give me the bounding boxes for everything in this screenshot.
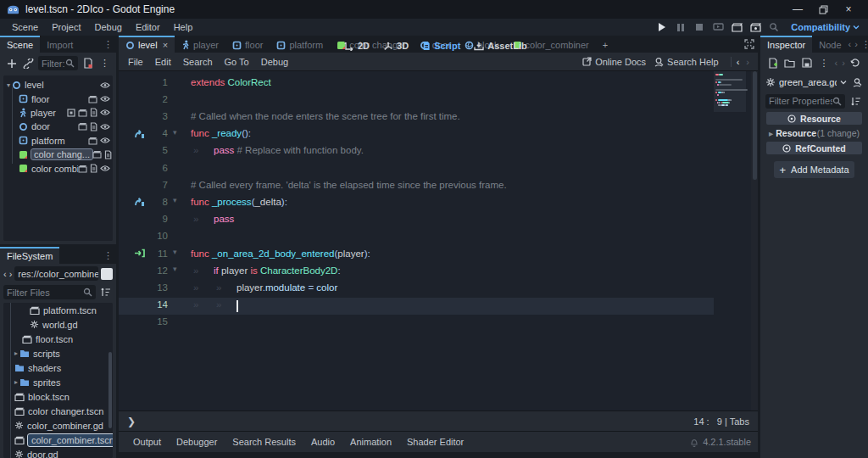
scene-tab-player[interactable]: player xyxy=(175,36,225,53)
tab-import[interactable]: Import xyxy=(40,36,80,53)
scene-node-platform[interactable]: platform xyxy=(3,134,113,148)
code-line-7[interactable]: 7# Called every frame. 'delta' is the el… xyxy=(119,177,714,194)
menu-help[interactable]: Help xyxy=(167,22,200,32)
code-line-8[interactable]: 8▾func _process(_delta): xyxy=(119,194,714,211)
script-icon[interactable] xyxy=(104,150,112,159)
filesystem-menu-button[interactable]: ⋮ xyxy=(103,247,116,264)
file-world-gd[interactable]: world.gd xyxy=(3,317,113,332)
fs-path-field[interactable]: res://color_combiner.t xyxy=(14,266,98,281)
scene-node-floor[interactable]: floor xyxy=(3,92,113,105)
insp-tab-forward-button[interactable]: › xyxy=(854,39,858,49)
scene-node-door[interactable]: door xyxy=(3,120,113,133)
new-scene-tab-button[interactable]: + xyxy=(596,36,615,53)
file-shaders[interactable]: shaders xyxy=(3,360,113,375)
code-text-area[interactable]: 1extends ColorRect23# Called when the no… xyxy=(119,71,714,411)
chevron-down-icon[interactable] xyxy=(840,80,847,85)
workspace-assetlib[interactable]: AssetLib xyxy=(469,41,531,51)
file-block-tscn[interactable]: block.tscn xyxy=(3,389,113,404)
code-line-4[interactable]: 4▾func _ready(): xyxy=(119,126,714,143)
script-icon[interactable] xyxy=(90,164,97,173)
code-line-3[interactable]: 3# Called when the node enters the scene… xyxy=(119,109,714,126)
bottom-tab-animation[interactable]: Animation xyxy=(342,437,399,447)
eye-icon[interactable] xyxy=(100,123,110,131)
online-docs-button[interactable]: Online Docs xyxy=(582,57,646,67)
tab-inspector[interactable]: Inspector xyxy=(760,36,812,53)
restore-button[interactable] xyxy=(810,1,836,18)
workspace-2d[interactable]: 2D xyxy=(339,41,375,51)
close-button[interactable]: × xyxy=(836,1,861,18)
code-line-14[interactable]: 14»» xyxy=(119,298,714,315)
fs-back-button[interactable]: ‹ xyxy=(3,269,7,279)
script-menu-edit[interactable]: Edit xyxy=(149,57,177,67)
scene-node-level[interactable]: ▾level xyxy=(3,78,113,92)
file-list-scrollbar[interactable] xyxy=(108,352,112,428)
menu-project[interactable]: Project xyxy=(45,22,87,32)
workspace-script[interactable]: Script xyxy=(417,41,465,51)
bottom-tab-output[interactable]: Output xyxy=(125,437,169,447)
new-resource-button[interactable] xyxy=(766,56,779,70)
stop-button[interactable] xyxy=(691,20,708,34)
expand-arrow-icon[interactable]: ▸ xyxy=(14,349,18,357)
code-minimap[interactable] xyxy=(714,71,751,411)
scene-dock-menu-button[interactable]: ⋮ xyxy=(97,56,112,70)
eye-icon[interactable] xyxy=(100,165,110,172)
movie-icon[interactable] xyxy=(88,137,97,145)
script-menu-debug[interactable]: Debug xyxy=(255,57,294,67)
movie-maker-button[interactable] xyxy=(765,20,782,34)
code-line-12[interactable]: 12▾»if player is CharacterBody2D: xyxy=(119,263,714,280)
close-tab-icon[interactable]: × xyxy=(163,40,168,50)
code-line-11[interactable]: 11▾func _on_area_2d_body_entered(player)… xyxy=(119,246,714,263)
script-menu-search[interactable]: Search xyxy=(177,57,219,67)
collapse-arrow-icon[interactable]: ▾ xyxy=(7,81,10,89)
script-icon[interactable] xyxy=(90,108,97,117)
detach-script-button[interactable] xyxy=(81,56,95,70)
code-line-13[interactable]: 13»»player.modulate = color xyxy=(119,280,714,297)
play-remote-button[interactable] xyxy=(709,20,726,34)
fs-filter-input[interactable]: Filter Files xyxy=(3,285,96,299)
code-line-1[interactable]: 1extends ColorRect xyxy=(119,75,714,92)
tab-node[interactable]: Node xyxy=(812,36,848,53)
expand-script-panel-button[interactable]: ❯ xyxy=(127,416,136,427)
file-sprites[interactable]: ▸sprites xyxy=(3,375,113,389)
resource-section-header[interactable]: Resource xyxy=(766,112,862,125)
file-scripts[interactable]: ▸scripts xyxy=(3,346,113,360)
code-line-10[interactable]: 10 xyxy=(119,229,714,246)
tab-scene[interactable]: Scene xyxy=(0,36,40,53)
movie-icon[interactable] xyxy=(78,109,87,117)
scene-tab-platform[interactable]: platform xyxy=(270,36,330,53)
scene-node-color-chang-[interactable]: color chang... xyxy=(3,148,113,161)
insp-tab-menu-button[interactable]: ⋮ xyxy=(861,39,868,50)
bottom-tab-debugger[interactable]: Debugger xyxy=(169,437,225,447)
scene-node-player[interactable]: player xyxy=(3,106,113,120)
filter-properties-input[interactable]: Filter Properties xyxy=(765,94,845,109)
pause-button[interactable] xyxy=(672,20,689,34)
distraction-free-button[interactable] xyxy=(744,36,758,53)
scene-tab-level[interactable]: level× xyxy=(119,36,175,53)
insp-forward-button[interactable]: › xyxy=(842,58,845,68)
file-floor-tscn[interactable]: floor.tscn xyxy=(3,332,113,346)
scene-dock-tab-menu[interactable]: ⋮ xyxy=(103,36,116,53)
bottom-tab-search-results[interactable]: Search Results xyxy=(225,437,303,447)
eye-icon[interactable] xyxy=(100,95,110,103)
resource-group-row[interactable]: ▸Resource (1 change) xyxy=(760,126,868,140)
code-line-6[interactable]: 6 xyxy=(119,160,714,177)
scene-filter-input[interactable]: Filter: na xyxy=(38,56,78,70)
inspected-file-name[interactable]: green_area.gd xyxy=(779,77,837,87)
load-resource-button[interactable] xyxy=(783,56,796,70)
menu-scene[interactable]: Scene xyxy=(5,22,45,32)
movie-icon[interactable] xyxy=(78,122,87,131)
fs-split-mode-button[interactable] xyxy=(101,268,113,280)
renderer-dropdown[interactable]: Compatibility xyxy=(791,22,860,32)
add-metadata-button[interactable]: +Add Metadata xyxy=(774,161,854,178)
bottom-tab-shader-editor[interactable]: Shader Editor xyxy=(399,437,471,447)
add-node-button[interactable] xyxy=(4,56,19,70)
code-line-9[interactable]: 9»pass xyxy=(119,212,714,229)
script-menu-file[interactable]: File xyxy=(122,57,149,67)
play-scene-button[interactable] xyxy=(728,20,745,34)
file-color-combiner-gd[interactable]: color_combiner.gd xyxy=(3,418,113,433)
movie-icon[interactable] xyxy=(92,150,102,159)
code-scrollbar[interactable] xyxy=(751,71,758,411)
file-color-combiner-tscn[interactable]: color_combiner.tscn xyxy=(3,433,113,447)
resource-menu-button[interactable]: ⋮ xyxy=(817,56,830,70)
fold-arrow-icon[interactable]: ▾ xyxy=(173,128,177,137)
